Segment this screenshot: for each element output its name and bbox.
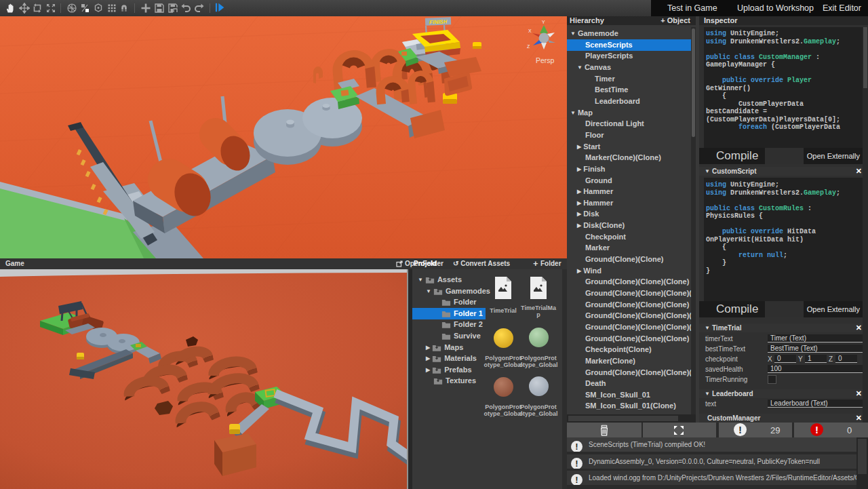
svg-text:FINISH: FINISH <box>429 19 448 26</box>
svg-text:Z: Z <box>527 44 530 49</box>
svg-text:Persp: Persp <box>536 56 555 64</box>
svg-text:Y: Y <box>542 20 545 24</box>
svg-text:X: X <box>528 28 532 33</box>
